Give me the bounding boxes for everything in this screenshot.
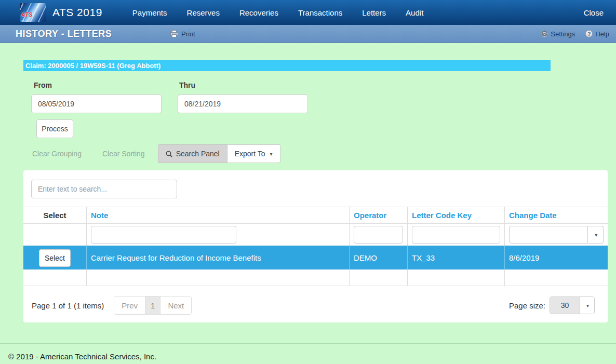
- change-date-filter-dropdown-button[interactable]: ▾: [588, 226, 604, 244]
- print-label: Print: [181, 30, 195, 38]
- page-size-select[interactable]: 30 ▾: [550, 296, 595, 314]
- filter-cell-select: [23, 224, 86, 246]
- process-button[interactable]: Process: [36, 119, 73, 138]
- column-header-change-date[interactable]: Change Date: [504, 207, 608, 223]
- nav-item-letters[interactable]: Letters: [362, 8, 386, 17]
- print-button[interactable]: Print: [170, 30, 195, 38]
- export-to-button[interactable]: Export To ▾: [227, 144, 280, 163]
- clear-sorting-button[interactable]: Clear Sorting: [95, 144, 153, 163]
- operator-filter-input[interactable]: [354, 226, 403, 244]
- nav-item-transactions[interactable]: Transactions: [298, 8, 342, 17]
- sub-header-tools: Settings Help: [541, 29, 616, 38]
- row-note-cell: Carrier Request for Reduction of Income …: [86, 246, 349, 269]
- from-label: From: [34, 81, 52, 89]
- nav-item-reserves[interactable]: Reserves: [187, 8, 220, 17]
- change-date-filter-input[interactable]: [509, 226, 588, 244]
- close-button[interactable]: Close: [584, 8, 604, 17]
- filter-cell-operator: [349, 224, 407, 246]
- column-header-note[interactable]: Note: [86, 207, 349, 223]
- from-date-input[interactable]: [31, 95, 162, 113]
- app-window: ATS ATS 2019 Payments Reserves Recoverie…: [0, 0, 616, 364]
- help-label: Help: [595, 30, 609, 38]
- help-button[interactable]: Help: [585, 30, 609, 38]
- main-content: Claim: 2000005 / 19W59S-11 (Greg Abbott)…: [0, 43, 616, 364]
- row-select-button[interactable]: Select: [39, 249, 71, 267]
- clear-grouping-button[interactable]: Clear Grouping: [24, 144, 89, 163]
- claim-banner: Claim: 2000005 / 19W59S-11 (Greg Abbott): [23, 60, 551, 71]
- grid-toolbar: Clear Grouping Clear Sorting Search Pane…: [24, 144, 280, 163]
- note-filter-input[interactable]: [91, 226, 236, 244]
- thru-label: Thru: [179, 81, 195, 89]
- column-header-select: Select: [23, 207, 86, 223]
- settings-button[interactable]: Settings: [541, 29, 575, 38]
- settings-label: Settings: [551, 30, 575, 38]
- current-page-button[interactable]: 1: [145, 296, 160, 314]
- caret-down-icon: ▾: [270, 151, 273, 157]
- pager-buttons: Prev 1 Next: [114, 296, 192, 315]
- grid-panel: Select Note Operator Letter Code Key Cha…: [23, 170, 608, 322]
- help-icon: [585, 30, 593, 37]
- grid-filter-row: ▾: [23, 224, 608, 246]
- letter-code-key-filter-input[interactable]: [412, 226, 500, 244]
- nav-item-recoveries[interactable]: Recoveries: [239, 8, 278, 17]
- table-row-selected[interactable]: Select Carrier Request for Reduction of …: [23, 246, 608, 269]
- top-nav: ATS ATS 2019 Payments Reserves Recoverie…: [0, 0, 616, 25]
- prev-page-button[interactable]: Prev: [114, 296, 145, 314]
- caret-down-icon: ▾: [586, 303, 589, 308]
- page-title: HISTORY - LETTERS: [16, 29, 112, 39]
- column-header-operator[interactable]: Operator: [349, 207, 407, 223]
- grid-header-row: Select Note Operator Letter Code Key Cha…: [23, 207, 608, 224]
- footer-copyright: © 2019 - American Technical Services, In…: [8, 352, 156, 361]
- search-panel-label: Search Panel: [176, 150, 220, 158]
- next-page-button[interactable]: Next: [160, 296, 191, 314]
- row-change-date-cell: 8/6/2019: [504, 246, 608, 269]
- page-size-value: 30: [550, 297, 580, 314]
- row-select-cell: Select: [23, 246, 86, 269]
- thru-date-input[interactable]: [178, 95, 308, 113]
- ats-logo-icon: ATS: [20, 3, 46, 22]
- app-title: ATS 2019: [52, 6, 102, 19]
- export-to-label: Export To: [235, 150, 265, 158]
- row-operator-cell: DEMO: [349, 246, 407, 269]
- page-size-dropdown-button[interactable]: ▾: [580, 297, 594, 314]
- pager-bar: Page 1 of 1 (1 items) Prev 1 Next Page s…: [23, 296, 608, 315]
- logo-text: ATS: [21, 12, 33, 18]
- filter-cell-change-date: ▾: [504, 224, 608, 246]
- column-header-letter-code-key[interactable]: Letter Code Key: [407, 207, 504, 223]
- pager-summary: Page 1 of 1 (1 items): [32, 301, 104, 310]
- caret-down-icon: ▾: [595, 232, 597, 238]
- row-letter-code-key-cell: TX_33: [407, 246, 504, 269]
- gear-icon: [541, 29, 548, 38]
- filter-cell-note: [86, 224, 349, 246]
- nav-links: Payments Reserves Recoveries Transaction…: [132, 8, 423, 17]
- printer-icon: [170, 30, 178, 37]
- nav-item-payments[interactable]: Payments: [132, 8, 167, 17]
- change-date-filter-combo: ▾: [509, 226, 604, 244]
- page-size-area: Page size: 30 ▾: [509, 296, 595, 314]
- sub-header: HISTORY - LETTERS Print Settings Help: [0, 25, 616, 43]
- search-icon: [166, 151, 172, 157]
- page-size-label: Page size:: [509, 301, 545, 310]
- grid-search-input[interactable]: [31, 180, 177, 198]
- footer-divider: [0, 343, 616, 344]
- search-panel-button[interactable]: Search Panel: [158, 144, 227, 163]
- grid-empty-row: [23, 269, 608, 286]
- filter-cell-letter-code-key: [407, 224, 504, 246]
- nav-item-audit[interactable]: Audit: [406, 8, 423, 17]
